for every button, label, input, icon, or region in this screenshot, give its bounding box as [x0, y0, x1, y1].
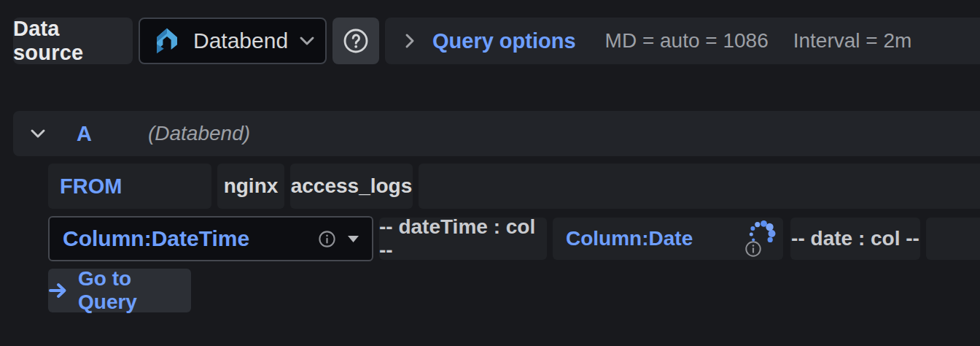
help-button[interactable]: [332, 18, 379, 64]
datetime-column-label: Column:DateTime: [63, 226, 317, 251]
table-select[interactable]: access_logs: [290, 164, 413, 209]
data-source-label: Data source: [13, 18, 133, 64]
loading-spinner-icon: [745, 218, 777, 250]
arrow-right-icon: [48, 282, 69, 299]
collapse-chevron-icon[interactable]: [29, 128, 47, 139]
chevron-down-icon: [299, 36, 315, 46]
datasource-picker[interactable]: Databend: [139, 18, 327, 64]
datasource-picker-value: Databend: [193, 28, 288, 53]
go-to-query-button[interactable]: Go to Query: [48, 269, 191, 312]
from-row-filler: [419, 164, 980, 209]
date-column-placeholder[interactable]: -- date : col --: [790, 218, 920, 260]
query-ref-id: A: [77, 122, 92, 146]
database-select[interactable]: nginx: [217, 164, 284, 209]
info-icon[interactable]: [317, 229, 337, 249]
date-column-label: Column:Date: [566, 227, 693, 250]
question-circle-icon: [341, 26, 370, 55]
query-options-bar: Query options MD = auto = 1086 Interval …: [385, 18, 980, 64]
go-to-query-label: Go to Query: [78, 267, 191, 314]
query-editor-panel: Data source Databend: [0, 0, 980, 346]
databend-logo-icon: [152, 26, 182, 56]
query-row-header[interactable]: A (Databend): [13, 111, 980, 156]
date-column-select[interactable]: Column:Date: [553, 218, 783, 260]
query-datasource-hint: (Databend): [148, 122, 250, 145]
caret-down-icon: [346, 234, 360, 243]
datetime-column-select[interactable]: Column:DateTime: [48, 216, 373, 261]
chevron-right-icon[interactable]: [405, 33, 415, 49]
max-data-points-summary: MD = auto = 1086: [605, 29, 769, 53]
query-options-toggle[interactable]: Query options: [432, 29, 576, 53]
next-column-select-cutoff[interactable]: [926, 218, 980, 260]
datetime-column-placeholder[interactable]: -- dateTime : col --: [379, 218, 547, 260]
from-label: FROM: [48, 164, 211, 209]
interval-summary: Interval = 2m: [793, 29, 912, 53]
